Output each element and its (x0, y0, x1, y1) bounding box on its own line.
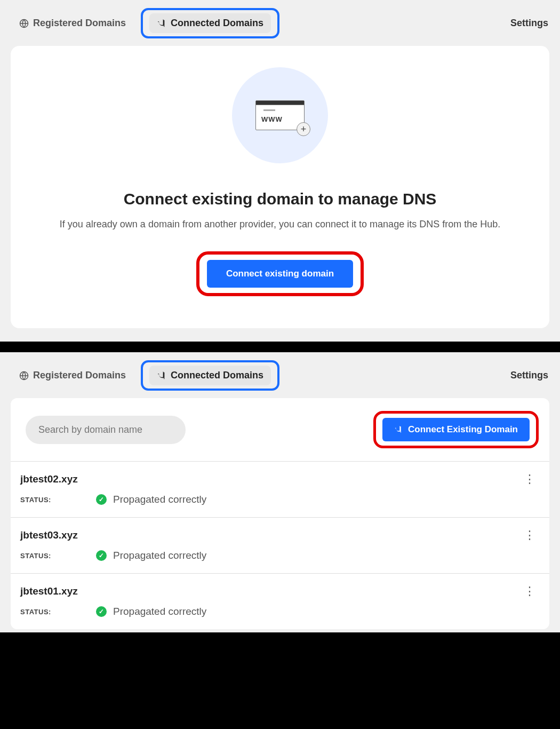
illustration-www-label: WWW (261, 115, 299, 123)
check-circle-icon: ✓ (96, 550, 107, 561)
domain-name[interactable]: jbtest03.xyz (20, 529, 78, 541)
hero-title: Connect existing domain to manage DNS (21, 190, 539, 208)
status-label: STATUS: (20, 608, 84, 616)
annotation-highlight-tab-2: Connected Domains (141, 360, 279, 391)
domain-name[interactable]: jbtest02.xyz (20, 473, 78, 485)
status-value: ✓ Propagated correctly (96, 550, 206, 561)
kebab-menu-icon[interactable]: ⋮ (524, 533, 534, 538)
tab-registered-label-2: Registered Domains (33, 370, 126, 381)
illustration-circle: WWW + (232, 67, 328, 163)
tabs-row: Registered Domains Connected Domains Set… (11, 8, 549, 46)
tabs-left-2: Registered Domains Connected Domains (12, 360, 279, 391)
plus-icon: + (297, 122, 310, 136)
button-label-2: Connect Existing Domain (408, 424, 518, 435)
tab-connected[interactable]: Connected Domains (149, 13, 271, 33)
connect-existing-domain-button[interactable]: Connect existing domain (207, 260, 353, 288)
status-text: Propagated correctly (113, 494, 206, 505)
domain-list-card: Connect Existing Domain jbtest02.xyz ⋮ S… (11, 398, 549, 629)
plug-icon (157, 19, 166, 28)
check-circle-icon: ✓ (96, 494, 107, 505)
domain-row: jbtest03.xyz ⋮ STATUS: ✓ Propagated corr… (11, 517, 549, 573)
button-label: Connect existing domain (226, 268, 334, 279)
status-label: STATUS: (20, 552, 84, 560)
search-input[interactable] (26, 416, 186, 444)
tabs-left: Registered Domains Connected Domains (12, 8, 279, 38)
hero-subtitle: If you already own a domain from another… (21, 219, 539, 230)
kebab-menu-icon[interactable]: ⋮ (524, 589, 534, 594)
illustration-browser: WWW + (255, 100, 305, 130)
domain-row: jbtest02.xyz ⋮ STATUS: ✓ Propagated corr… (11, 461, 549, 517)
check-circle-icon: ✓ (96, 606, 107, 617)
kebab-menu-icon[interactable]: ⋮ (524, 477, 534, 482)
tab-connected-2[interactable]: Connected Domains (149, 366, 271, 385)
tab-connected-label-2: Connected Domains (171, 370, 263, 381)
panel-divider (0, 342, 560, 352)
globe-icon (19, 371, 29, 381)
connect-existing-domain-button-2[interactable]: Connect Existing Domain (382, 418, 530, 441)
status-label: STATUS: (20, 496, 84, 504)
tab-registered-2[interactable]: Registered Domains (12, 364, 133, 386)
toolbar-row: Connect Existing Domain (11, 398, 549, 461)
tab-registered-label: Registered Domains (33, 18, 126, 29)
domain-name[interactable]: jbtest01.xyz (20, 585, 78, 597)
domain-row: jbtest01.xyz ⋮ STATUS: ✓ Propagated corr… (11, 573, 549, 629)
status-text: Propagated correctly (113, 550, 206, 561)
empty-state-card: WWW + Connect existing domain to manage … (11, 46, 549, 328)
status-text: Propagated correctly (113, 606, 206, 617)
annotation-highlight-tab: Connected Domains (141, 8, 279, 38)
tab-registered[interactable]: Registered Domains (12, 12, 133, 34)
settings-link-2[interactable]: Settings (510, 370, 548, 381)
settings-link[interactable]: Settings (510, 18, 548, 29)
annotation-highlight-button: Connect existing domain (196, 251, 364, 296)
globe-icon (19, 19, 29, 28)
panel-domain-list: Registered Domains Connected Domains Set… (0, 352, 560, 632)
annotation-highlight-button-2: Connect Existing Domain (373, 411, 539, 448)
status-value: ✓ Propagated correctly (96, 606, 206, 617)
status-value: ✓ Propagated correctly (96, 494, 206, 505)
tab-connected-label: Connected Domains (171, 18, 263, 29)
panel-empty-state: Registered Domains Connected Domains Set… (0, 0, 560, 342)
tabs-row-2: Registered Domains Connected Domains Set… (11, 360, 549, 398)
plug-icon (394, 425, 403, 434)
plug-icon (157, 371, 166, 381)
